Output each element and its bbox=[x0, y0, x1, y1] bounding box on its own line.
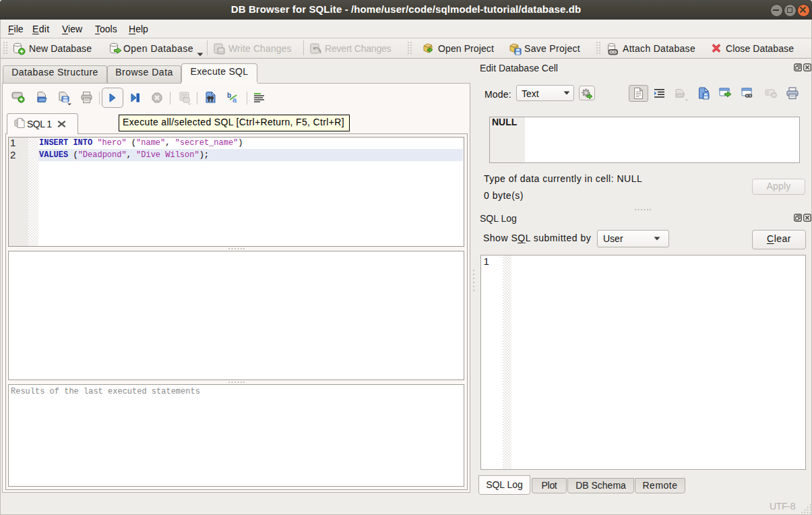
svg-text:b: b bbox=[227, 92, 231, 99]
